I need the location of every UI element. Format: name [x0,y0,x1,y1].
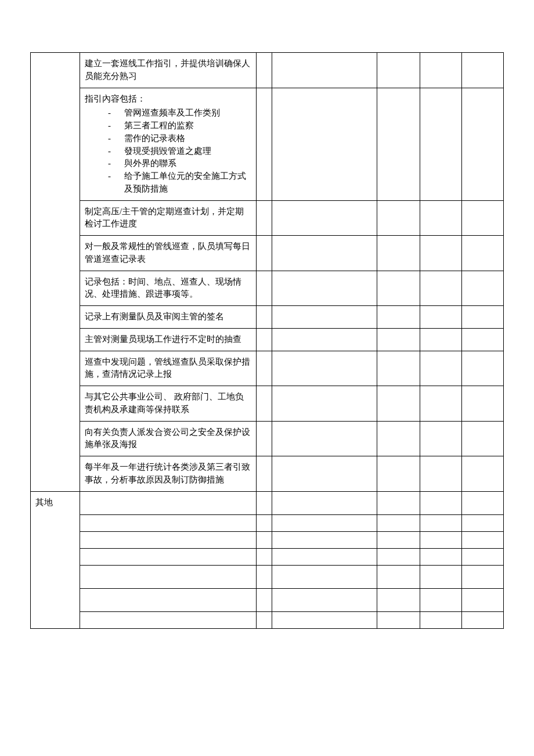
cell-description: 对一般及常规性的管线巡查，队员填写每日管道巡查记录表 [80,236,257,271]
cell-c7 [461,531,503,548]
cell-c3 [257,271,272,306]
cell-category-other: 其地 [31,491,80,628]
cell-c3 [257,565,272,588]
cell-c7 [461,611,503,628]
cell-description: 制定高压/主干管的定期巡查计划，并定期检讨工作进度 [80,200,257,236]
table-row [31,565,504,588]
cell-c6 [420,328,461,351]
cell-c5 [377,421,420,456]
cell-c6 [420,548,461,565]
cell-c6 [420,531,461,548]
cell-c5 [377,236,420,271]
desc-list-header: 指引內容包括： [85,93,251,106]
cell-c5 [377,88,420,200]
table-row: 记录上有测量队员及审阅主管的签名 [31,306,504,329]
cell-c6 [420,351,461,386]
desc-text: 主管对测量员现场工作进行不定时的抽查 [85,334,241,344]
cell-c3 [257,588,272,611]
cell-description [80,588,257,611]
list-item: 需作的记录表格 [108,132,251,145]
cell-c6 [420,421,461,456]
desc-text: 记录包括：时间、地点、巡查人、现场情况、处理措施、跟进事项等。 [85,277,241,299]
cell-c5 [377,306,420,329]
cell-c5 [377,328,420,351]
cell-c4 [272,236,377,271]
cell-description: 记录上有测量队员及审阅主管的签名 [80,306,257,329]
cell-c7 [461,514,503,531]
cell-c4 [272,88,377,200]
cell-c6 [420,611,461,628]
cell-c4 [272,531,377,548]
cell-c4 [272,306,377,329]
cell-description [80,611,257,628]
cell-c3 [257,306,272,329]
cell-c7 [461,236,503,271]
table-row: 对一般及常规性的管线巡查，队员填写每日管道巡查记录表 [31,236,504,271]
cell-c7 [461,491,503,514]
cell-description: 主管对测量员现场工作进行不定时的抽查 [80,328,257,351]
cell-category-blank [31,53,80,492]
cell-c5 [377,200,420,236]
desc-text: 制定高压/主干管的定期巡查计划，并定期检讨工作进度 [85,207,244,229]
table-row: 指引內容包括： 管网巡查频率及工作类别 第三者工程的监察 需作的记录表格 發現受… [31,88,504,200]
cell-c3 [257,236,272,271]
table-row: 记录包括：时间、地点、巡查人、现场情况、处理措施、跟进事项等。 [31,271,504,306]
cell-c5 [377,611,420,628]
cell-c6 [420,200,461,236]
table-row: 向有关负责人派发合资公司之安全及保护设施单张及海报 [31,421,504,456]
table-row [31,514,504,531]
table-row: 每半年及一年进行统计各类涉及第三者引致事故，分析事故原因及制订防御措施 [31,456,504,492]
cell-c4 [272,588,377,611]
cell-c7 [461,588,503,611]
cell-c7 [461,548,503,565]
cell-c5 [377,491,420,514]
inspection-table: 建立一套巡线工作指引，并提供培训确保人员能充分熟习 指引內容包括： 管网巡查频率… [30,52,504,629]
cell-c4 [272,271,377,306]
desc-text: 对一般及常规性的管线巡查，队员填写每日管道巡查记录表 [85,242,250,264]
cell-c6 [420,386,461,422]
cell-c7 [461,421,503,456]
cell-c4 [272,421,377,456]
cell-c6 [420,588,461,611]
cell-description [80,491,257,514]
cell-c4 [272,200,377,236]
cell-c5 [377,351,420,386]
cell-c7 [461,565,503,588]
cell-description: 建立一套巡线工作指引，并提供培训确保人员能充分熟习 [80,53,257,88]
desc-text: 巡查中发现问题，管线巡查队员采取保护措施，查清情况记录上报 [85,357,250,379]
cell-description: 每半年及一年进行统计各类涉及第三者引致事故，分析事故原因及制订防御措施 [80,456,257,492]
cell-c7 [461,271,503,306]
cell-c3 [257,456,272,492]
cell-c5 [377,531,420,548]
cell-c3 [257,421,272,456]
cell-c5 [377,514,420,531]
desc-text: 向有关负责人派发合资公司之安全及保护设施单张及海报 [85,427,250,449]
table-row [31,548,504,565]
cell-description: 巡查中发现问题，管线巡查队员采取保护措施，查清情况记录上报 [80,351,257,386]
cell-c3 [257,88,272,200]
cell-c3 [257,53,272,88]
cell-description: 记录包括：时间、地点、巡查人、现场情况、处理措施、跟进事项等。 [80,271,257,306]
cell-c7 [461,88,503,200]
table-row: 建立一套巡线工作指引，并提供培训确保人员能充分熟习 [31,53,504,88]
list-item: 發現受損毀管道之處理 [108,145,251,158]
cell-c5 [377,456,420,492]
cell-c3 [257,386,272,422]
table-row: 与其它公共事业公司、 政府部门、工地负责机构及承建商等保持联系 [31,386,504,422]
cell-c6 [420,491,461,514]
table-row [31,531,504,548]
cell-c4 [272,351,377,386]
cell-c6 [420,565,461,588]
cell-c7 [461,200,503,236]
cell-c6 [420,271,461,306]
cell-c3 [257,351,272,386]
cell-c3 [257,548,272,565]
table-row [31,588,504,611]
table-row: 主管对测量员现场工作进行不定时的抽查 [31,328,504,351]
cell-c5 [377,271,420,306]
table-row: 其地 [31,491,504,514]
cell-c7 [461,328,503,351]
desc-list: 管网巡查频率及工作类别 第三者工程的监察 需作的记录表格 發現受損毀管道之處理 … [108,107,251,195]
cell-description: 与其它公共事业公司、 政府部门、工地负责机构及承建商等保持联系 [80,386,257,422]
cell-c3 [257,491,272,514]
